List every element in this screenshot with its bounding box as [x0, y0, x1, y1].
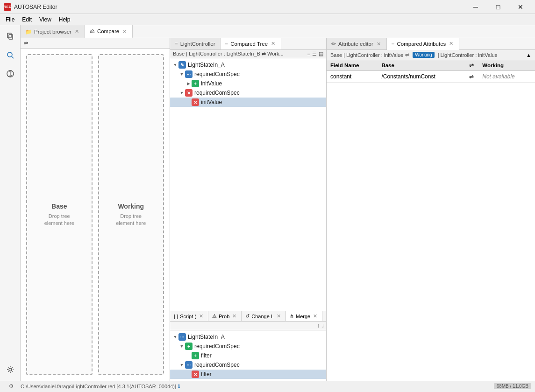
attr-merge-btn[interactable]: ⇌ [464, 71, 478, 83]
right-panel: ✏ Attribute editor ✕ ≡ Compared Attribut… [327, 38, 535, 381]
svg-point-2 [7, 52, 12, 57]
merge-expand-reqcomspec2[interactable] [178, 362, 185, 368]
memory-indicator: 68MB / 11.0GB [494, 383, 531, 389]
prob-tab-label: Prob [219, 314, 229, 319]
sidebar-btn-compare[interactable] [2, 65, 19, 82]
bottom-tab-bar: [ ] Script ( ✕ ⚠ Prob ✕ ↺ Change L ✕ [170, 311, 326, 322]
script-tab-close[interactable]: ✕ [198, 313, 204, 320]
change-log-icon: ↺ [245, 313, 250, 319]
tab-prob[interactable]: ⚠ Prob ✕ [208, 311, 242, 321]
attr-editor-icon: ✏ [331, 41, 336, 47]
sidebar-btn-search[interactable] [2, 47, 19, 63]
lightcontroller-tab-label: LightController [180, 41, 215, 47]
menu-file[interactable]: File [2, 15, 18, 24]
merge-up-icon[interactable]: ↑ [317, 322, 320, 329]
menu-edit[interactable]: Edit [18, 15, 36, 24]
merge-item-filter2[interactable]: ✕ filter [170, 370, 326, 379]
merge-item-filter1[interactable]: + filter [170, 351, 326, 360]
attrs-merge-symbol: ⇌ [405, 52, 409, 58]
expand-initvalue1[interactable] [185, 80, 192, 87]
merge-expand-lightstatein[interactable] [172, 334, 178, 340]
tab-script[interactable]: [ ] Script ( ✕ [170, 311, 208, 321]
tree-grid-icon[interactable]: ▤ [319, 51, 323, 57]
tree-columns-icon[interactable]: ☰ [312, 51, 317, 57]
compared-attrs-header: Base | LightController : initValue ⇌ Wor… [327, 50, 535, 60]
working-drop-zone[interactable]: Working Drop treeelement here [98, 54, 164, 375]
base-drop-zone[interactable]: Base Drop treeelement here [26, 54, 93, 375]
tab-change-log[interactable]: ↺ Change L ✕ [242, 311, 286, 321]
attr-row[interactable]: constant /Constants/numConst ⇌ Not avail… [327, 71, 535, 83]
tab-attribute-editor[interactable]: ✏ Attribute editor ✕ [327, 38, 387, 49]
project-browser-close[interactable]: ✕ [74, 28, 80, 35]
merge-tab-label: Merge [296, 314, 310, 319]
menu-view[interactable]: View [36, 15, 55, 24]
script-tab-icon: [ ] [174, 314, 178, 319]
merge-expand-reqcomspec1[interactable] [178, 343, 185, 350]
merge-tab-close[interactable]: ✕ [312, 313, 318, 320]
tab-compared-tree[interactable]: ≡ Compared Tree ✕ [221, 38, 282, 50]
filter-icon[interactable]: ⇌ [22, 40, 29, 47]
close-button[interactable]: ✕ [510, 0, 531, 14]
project-browser-icon: 📁 [25, 28, 32, 35]
status-right: 68MB / 11.0GB [494, 383, 531, 389]
tree-list-icon[interactable]: ≡ [307, 51, 310, 57]
status-bar: ⚙ C:\Users\daniel.farago\LightController… [0, 381, 535, 391]
bottom-panel: [ ] Script ( ✕ ⚠ Prob ✕ ↺ Change L ✕ [170, 311, 326, 381]
merge-item-lightstatein[interactable]: ··· LightStateIn_A [170, 332, 326, 342]
panels: ⇌ Base Drop treeelement here Working Dro… [21, 38, 535, 381]
merge-expand-filter2[interactable] [185, 371, 192, 378]
expand-reqcomspec1[interactable] [178, 71, 185, 77]
compare-tab-close[interactable]: ✕ [121, 28, 128, 35]
compared-attrs-icon: ≡ [392, 41, 395, 47]
merge-item-reqcomspec2[interactable]: ··· requiredComSpec [170, 360, 326, 370]
menu-help[interactable]: Help [55, 15, 74, 24]
project-browser-label: Project browser [34, 29, 71, 35]
svg-rect-0 [7, 33, 11, 38]
tab-lightcontroller[interactable]: ≡ LightController [170, 38, 221, 49]
compared-tree-close[interactable]: ✕ [270, 40, 276, 47]
expand-initvalue2[interactable] [185, 99, 192, 105]
prob-tab-close[interactable]: ✕ [231, 313, 237, 320]
tab-merge[interactable]: ⋔ Merge ✕ [286, 311, 322, 321]
title-bar: RED AUTOSAR Editor ─ □ ✕ [0, 0, 535, 14]
compared-attrs-close[interactable]: ✕ [448, 40, 454, 47]
gear-icon [6, 365, 15, 374]
tree-item-lightstatein[interactable]: ✎ LightStateIn_A [170, 60, 326, 70]
attrs-path-working: | LightController : initValue [438, 52, 498, 58]
files-icon [6, 32, 15, 41]
merge-tab-icon: ⋔ [290, 313, 294, 319]
status-info-icon[interactable]: ℹ [178, 383, 180, 389]
tree-item-reqcomspec1[interactable]: ··· requiredComSpec [170, 70, 326, 79]
merge-label-filter1: filter [201, 352, 212, 359]
sidebar-btn-files[interactable] [2, 28, 19, 45]
status-path: C:\Users\daniel.farago\LightController.r… [21, 384, 176, 389]
tree-item-reqcomspec2[interactable]: ✕ requiredComSpec [170, 88, 326, 98]
sidebar-btn-settings[interactable] [2, 361, 19, 378]
tree-item-initvalue1[interactable]: + initValue [170, 79, 326, 88]
col-base: Base [378, 60, 464, 71]
maximize-button[interactable]: □ [487, 0, 509, 14]
merge-label-filter2: filter [201, 371, 212, 378]
tab-project-browser[interactable]: 📁 Project browser ✕ [21, 25, 85, 38]
merge-down-icon[interactable]: ↓ [321, 322, 324, 329]
tree-item-initvalue2[interactable]: ✕ initValue [170, 98, 326, 107]
settings-button[interactable]: ⚙ [4, 381, 19, 392]
right-tab-bar: ✏ Attribute editor ✕ ≡ Compared Attribut… [327, 38, 535, 50]
tree-label-initvalue1: initValue [201, 80, 222, 87]
expand-lightstatein[interactable] [172, 62, 178, 68]
compare-tab-label: Compare [97, 28, 119, 34]
change-log-close[interactable]: ✕ [276, 313, 282, 320]
expand-reqcomspec2[interactable] [178, 90, 185, 96]
tree-controls: ≡ ☰ ▤ [307, 51, 323, 57]
collapse-icon[interactable]: ▲ [526, 52, 531, 58]
attr-editor-close[interactable]: ✕ [376, 41, 382, 48]
compare-panel-controls: ⇌ [21, 38, 170, 49]
merge-item-reqcomspec1[interactable]: + requiredComSpec [170, 342, 326, 351]
minimize-button[interactable]: ─ [465, 0, 486, 14]
merge-tree-content: ··· LightStateIn_A + requiredComSpec [170, 330, 326, 381]
tab-compare[interactable]: ⚖ Compare ✕ [85, 25, 133, 38]
merge-expand-filter1[interactable] [185, 352, 192, 359]
tab-compared-attributes[interactable]: ≡ Compared Attributes ✕ [387, 38, 460, 50]
attr-editor-label: Attribute editor [338, 41, 373, 47]
merge-badge-x: ✕ [192, 371, 199, 378]
